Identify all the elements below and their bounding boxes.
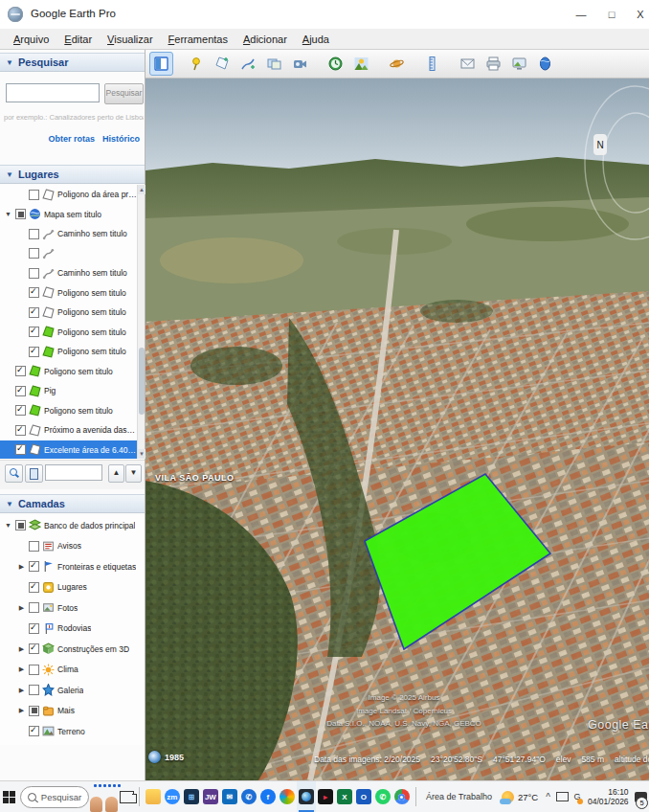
historical-imagery-button[interactable]: [324, 52, 347, 76]
move-up-button[interactable]: ▲: [108, 464, 124, 483]
places-bookmark-button[interactable]: [25, 464, 43, 483]
add-image-overlay-button[interactable]: [262, 52, 286, 76]
scroll-down-icon[interactable]: ▼: [138, 449, 145, 459]
scrollbar-thumb[interactable]: [139, 348, 145, 415]
microsoft-store-taskbar-button[interactable]: ⊞: [182, 781, 201, 812]
tray-cast-icon[interactable]: [556, 790, 569, 803]
visibility-checkbox[interactable]: [29, 726, 39, 736]
visibility-checkbox[interactable]: [29, 541, 39, 552]
layer-item[interactable]: Rodovias: [0, 619, 145, 640]
menu-ajuda[interactable]: Ajuda: [295, 32, 337, 47]
visibility-checkbox[interactable]: [29, 665, 39, 675]
place-item[interactable]: Caminho sem titulo: [0, 224, 137, 244]
visibility-checkbox[interactable]: [15, 520, 26, 530]
visibility-checkbox[interactable]: [29, 327, 39, 337]
tray-google-account-icon[interactable]: G: [572, 790, 582, 803]
menu-editar[interactable]: Editar: [56, 32, 100, 47]
place-item[interactable]: Próximo a avenida das mangueiras: [0, 420, 137, 440]
visibility-checkbox[interactable]: [29, 582, 39, 593]
visibility-checkbox[interactable]: [29, 268, 39, 279]
visibility-checkbox[interactable]: [15, 425, 26, 436]
ruler-button[interactable]: [420, 52, 444, 76]
office-blue-app-taskbar-button[interactable]: O: [354, 781, 373, 812]
places-panel-header[interactable]: ▼ Lugares: [0, 165, 145, 184]
place-item[interactable]: Caminho sem titulo: [0, 263, 137, 283]
close-button[interactable]: X: [626, 4, 649, 25]
place-item[interactable]: Pig: [0, 381, 137, 401]
visibility-checkbox[interactable]: [15, 386, 26, 396]
layer-item[interactable]: ▼Banco de dados principal: [0, 515, 145, 536]
places-filter-input[interactable]: [45, 464, 102, 481]
menu-adicionar[interactable]: Adicionar: [235, 32, 295, 47]
map-viewport[interactable]: N VILA SÃO PAULO Image © 2025 Airbus Ima…: [145, 79, 649, 780]
layer-item[interactable]: ▶Mais: [0, 701, 145, 722]
search-panel-header[interactable]: ▼ Pesquisar: [0, 53, 145, 72]
menu-visualizar[interactable]: Visualizar: [100, 32, 161, 47]
place-item[interactable]: Poligono sem titulo: [0, 342, 137, 362]
layer-item[interactable]: ▶Galeria: [0, 680, 145, 701]
planets-button[interactable]: [385, 52, 409, 76]
start-button[interactable]: [0, 781, 18, 812]
visibility-checkbox[interactable]: [29, 347, 39, 357]
place-item[interactable]: [0, 244, 137, 264]
taskbar-clock[interactable]: 16:10 04/01/2026: [584, 787, 633, 806]
sunlight-button[interactable]: [349, 52, 373, 76]
historical-imagery-chip[interactable]: 1985: [148, 751, 184, 763]
visibility-checkbox[interactable]: [15, 209, 26, 219]
menu-ferramentas[interactable]: Ferramentas: [161, 32, 235, 47]
visibility-checkbox[interactable]: [29, 685, 39, 695]
sidebar-toggle-button[interactable]: [149, 52, 173, 76]
collapse-triangle-icon[interactable]: ▼: [4, 522, 12, 529]
add-placemark-button[interactable]: [185, 52, 209, 76]
place-item[interactable]: Poligono sem titulo: [0, 362, 137, 382]
media-app-taskbar-button[interactable]: ▸: [316, 781, 335, 812]
visibility-checkbox[interactable]: [29, 623, 39, 634]
place-item[interactable]: Poligono sem titulo: [0, 401, 137, 421]
hands-app-button[interactable]: [89, 781, 118, 812]
visibility-checkbox[interactable]: [29, 602, 39, 613]
layer-item[interactable]: ▶Fotos: [0, 598, 145, 619]
taskbar-search-box[interactable]: Pesquisar: [20, 786, 89, 808]
record-tour-button[interactable]: [288, 52, 312, 76]
add-polygon-button[interactable]: [211, 52, 235, 76]
whatsapp-taskbar-button[interactable]: ✆: [373, 781, 392, 812]
visibility-checkbox[interactable]: [29, 643, 39, 654]
place-item[interactable]: Poligono sem titulo: [0, 323, 137, 343]
visibility-checkbox[interactable]: [15, 366, 26, 376]
expand-triangle-icon[interactable]: ▶: [17, 645, 26, 653]
visibility-checkbox[interactable]: [29, 248, 39, 259]
search-input[interactable]: [6, 83, 100, 102]
phone-link-taskbar-button[interactable]: ✆: [239, 781, 258, 812]
menu-arquivo[interactable]: Arquivo: [6, 32, 56, 47]
layer-item[interactable]: Lugares: [0, 577, 145, 598]
visibility-checkbox[interactable]: [29, 287, 39, 298]
desktop-toolbar-label[interactable]: Área de Trabalho: [420, 792, 498, 801]
collapse-triangle-icon[interactable]: ▼: [4, 211, 12, 217]
place-item[interactable]: Poligono sem titulo: [0, 283, 137, 304]
google-earth-taskbar-button[interactable]: [297, 781, 316, 812]
expand-triangle-icon[interactable]: ▶: [17, 687, 26, 694]
visibility-checkbox[interactable]: [29, 706, 39, 716]
hidden-icons-chevron[interactable]: ^: [542, 792, 554, 802]
scroll-up-icon[interactable]: ▲: [138, 185, 145, 194]
email-button[interactable]: [456, 52, 480, 76]
weather-widget[interactable]: 27°C: [498, 791, 542, 803]
places-search-button[interactable]: [5, 464, 23, 483]
layer-item[interactable]: ▶Construções em 3D: [0, 639, 145, 660]
layer-item[interactable]: Terreno: [0, 721, 145, 742]
view-in-maps-button[interactable]: [533, 52, 557, 76]
history-link[interactable]: Histórico: [102, 134, 140, 144]
jw-library-taskbar-button[interactable]: JW: [201, 781, 220, 812]
chrome-taskbar-button[interactable]: [392, 781, 412, 812]
mail-app-taskbar-button[interactable]: ✉: [220, 781, 239, 812]
excel-taskbar-button[interactable]: X: [335, 781, 354, 812]
visibility-checkbox[interactable]: [15, 444, 26, 455]
visibility-checkbox[interactable]: [29, 561, 39, 572]
place-item[interactable]: Excelente área de 6.400 m² no centro: [0, 440, 137, 460]
add-path-button[interactable]: [236, 52, 260, 76]
visibility-checkbox[interactable]: [15, 405, 26, 416]
copilot-taskbar-button[interactable]: [278, 781, 297, 812]
maximize-button[interactable]: □: [597, 4, 626, 25]
notification-center-button[interactable]: 5: [633, 781, 649, 812]
visibility-checkbox[interactable]: [29, 307, 39, 318]
